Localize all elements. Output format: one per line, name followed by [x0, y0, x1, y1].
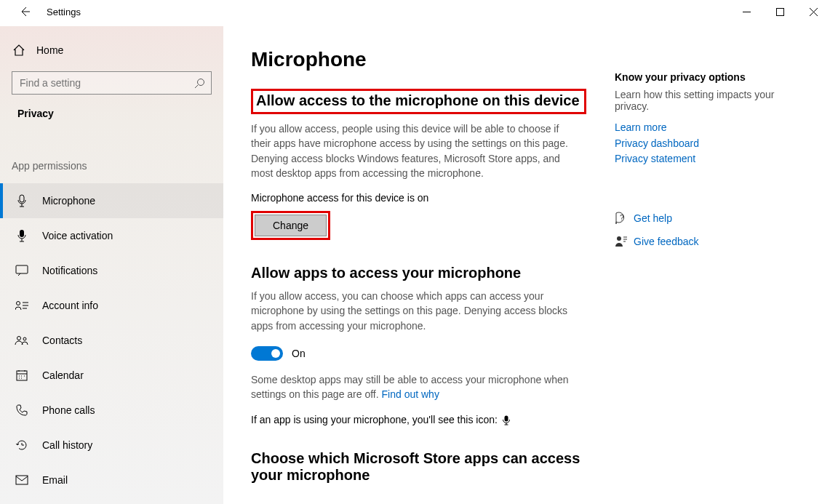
feedback-label: Give feedback [634, 236, 699, 247]
search-input[interactable] [12, 71, 212, 95]
app-title: Settings [47, 7, 81, 17]
learn-more-link[interactable]: Learn more [615, 121, 805, 135]
get-help-link[interactable]: ? Get help [615, 212, 805, 225]
aside-title: Know your privacy options [615, 71, 805, 83]
search-field[interactable] [18, 76, 186, 89]
calendar-icon [15, 369, 29, 381]
sidebar-item-notifications[interactable]: Notifications [0, 253, 223, 288]
maximize-button[interactable] [763, 0, 797, 23]
group-label: App permissions [0, 160, 223, 183]
svg-rect-3 [20, 230, 24, 237]
toggle-label: On [292, 348, 306, 359]
sidebar-item-label: Account info [42, 300, 98, 311]
sidebar-item-call-history[interactable]: Call history [0, 428, 223, 463]
section-heading: Allow access to the microphone on this d… [256, 92, 580, 109]
sidebar-item-microphone[interactable]: Microphone [0, 183, 223, 218]
privacy-statement-link[interactable]: Privacy statement [615, 152, 805, 167]
back-button[interactable] [15, 6, 35, 17]
svg-text:?: ? [620, 214, 624, 222]
home-button[interactable]: Home [0, 38, 223, 63]
section-heading: Allow apps to access your microphone [251, 265, 600, 281]
sidebar-item-email[interactable]: Email [0, 463, 223, 497]
sidebar-item-phone-calls[interactable]: Phone calls [0, 393, 223, 428]
highlight-box: Allow access to the microphone on this d… [251, 89, 586, 114]
svg-rect-9 [16, 476, 28, 484]
find-out-why-link[interactable]: Find out why [382, 388, 439, 400]
aside: Know your privacy options Learn how this… [600, 41, 805, 504]
home-label: Home [36, 44, 63, 56]
notifications-icon [15, 265, 29, 276]
sidebar-item-label: Notifications [42, 265, 97, 276]
sidebar-item-account-info[interactable]: Account info [0, 288, 223, 323]
svg-rect-2 [20, 195, 24, 202]
svg-rect-4 [16, 265, 28, 273]
close-button[interactable] [797, 0, 830, 23]
account-info-icon [15, 300, 29, 311]
minimize-button[interactable] [730, 0, 763, 23]
phone-calls-icon [15, 404, 29, 416]
highlight-box: Change [251, 211, 330, 240]
contacts-icon [15, 335, 29, 345]
sidebar-item-contacts[interactable]: Contacts [0, 323, 223, 358]
main-content: Microphone Allow access to the microphon… [251, 41, 600, 504]
privacy-dashboard-link[interactable]: Privacy dashboard [615, 137, 805, 151]
sidebar-item-label: Microphone [42, 195, 95, 207]
home-icon [12, 44, 26, 57]
titlebar: Settings [0, 0, 830, 26]
svg-point-5 [17, 302, 20, 305]
give-feedback-link[interactable]: Give feedback [615, 235, 805, 248]
svg-point-12 [617, 236, 621, 241]
change-button[interactable]: Change [255, 215, 327, 236]
call-history-icon [15, 439, 29, 451]
svg-rect-0 [776, 8, 783, 15]
microphone-icon [15, 194, 29, 207]
sidebar-item-label: Phone calls [42, 404, 95, 416]
sidebar-item-label: Email [42, 474, 68, 486]
access-status: Microphone access for this device is on [251, 192, 600, 204]
apps-access-toggle[interactable] [251, 346, 283, 361]
sidebar-item-label: Call history [42, 439, 92, 451]
svg-point-7 [23, 337, 26, 340]
feedback-icon [615, 235, 634, 248]
sidebar-item-calendar[interactable]: Calendar [0, 358, 223, 393]
aside-description: Learn how this setting impacts your priv… [615, 89, 805, 112]
microphone-indicator-icon [502, 415, 511, 425]
sidebar-item-voice-activation[interactable]: Voice activation [0, 218, 223, 253]
email-icon [15, 475, 29, 485]
page-title: Microphone [251, 48, 600, 71]
sidebar-item-label: Voice activation [42, 230, 113, 241]
svg-point-1 [198, 79, 204, 85]
sidebar-item-label: Calendar [42, 369, 84, 381]
help-icon: ? [615, 212, 634, 225]
search-icon [194, 78, 205, 89]
section-description: If you allow access, people using this d… [251, 121, 571, 180]
section-description: If you allow access, you can choose whic… [251, 289, 571, 333]
help-label: Get help [634, 212, 672, 224]
desktop-apps-note: Some desktop apps may still be able to a… [251, 372, 571, 402]
sidebar-item-label: Contacts [42, 335, 82, 346]
section-heading: Privacy [0, 108, 223, 135]
sidebar: Home Privacy App permissions Microphone … [0, 26, 223, 504]
svg-rect-10 [504, 415, 508, 421]
voice-activation-icon [15, 229, 29, 242]
usage-indicator-line: If an app is using your microphone, you'… [251, 414, 600, 425]
svg-point-6 [17, 337, 21, 340]
section-heading: Choose which Microsoft Store apps can ac… [251, 450, 600, 484]
